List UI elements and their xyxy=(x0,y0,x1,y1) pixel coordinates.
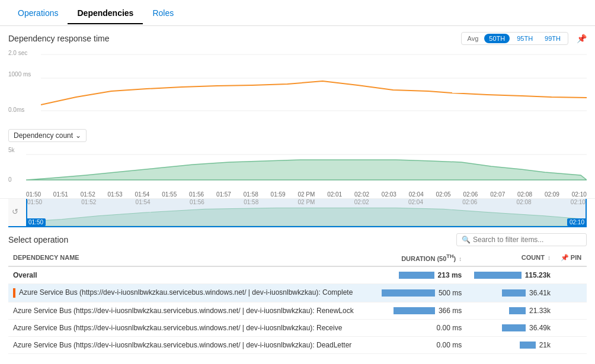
tab-operations[interactable]: Operations xyxy=(8,2,68,24)
y-label-2sec: 2.0 sec xyxy=(8,50,27,56)
percentile-bar: Avg 50TH 95TH 99TH xyxy=(461,32,568,45)
row-pin[interactable] xyxy=(555,319,587,336)
row-count: 36.49k xyxy=(466,319,555,336)
col-header-pin: 📌 PIN xyxy=(555,250,587,266)
avg-label: Avg xyxy=(464,34,482,43)
tl-18: 02:07 xyxy=(490,191,505,198)
row-duration: 366 ms xyxy=(369,302,466,319)
row-count: 36.41k xyxy=(466,284,555,302)
tl-2: 01:51 xyxy=(53,191,68,198)
tl-11: 02 PM xyxy=(298,191,315,198)
row-duration: 0.00 ms xyxy=(369,336,466,353)
tl-7: 01:56 xyxy=(189,191,204,198)
tl-19: 02:08 xyxy=(517,191,532,198)
row-name: Azure Service Bus (https://dev-i-iuosnlb… xyxy=(8,319,369,336)
row-duration: 0.00 ms xyxy=(369,319,466,336)
row-indicator xyxy=(13,288,15,298)
tl-8: 01:57 xyxy=(216,191,231,198)
tl-16: 02:05 xyxy=(436,191,451,198)
table-row[interactable]: Azure Service Bus (https://dev-i-iuosnlb… xyxy=(8,284,587,302)
refresh-icon[interactable]: ↺ xyxy=(12,207,18,216)
area-chart-svg xyxy=(26,146,587,190)
tl-6: 01:55 xyxy=(162,191,177,198)
chevron-down-icon: ⌄ xyxy=(75,131,81,140)
search-box[interactable]: 🔍 xyxy=(456,233,587,246)
tl-10: 01:59 xyxy=(271,191,286,198)
search-icon: 🔍 xyxy=(462,236,471,244)
p95-button[interactable]: 95TH xyxy=(512,34,538,43)
row-count: 21.33k xyxy=(466,302,555,319)
row-count: 115.23k xyxy=(466,266,555,284)
tl-17: 02:06 xyxy=(463,191,478,198)
table-container: DEPENDENCY NAME DURATION (50TH) ↕ COUNT … xyxy=(0,250,595,354)
tl-13: 02:02 xyxy=(354,191,369,198)
svg-marker-5 xyxy=(26,160,587,180)
tab-bar: Operations Dependencies Roles xyxy=(0,0,595,26)
row-name: Azure Service Bus (https://dev-i-iuosnlb… xyxy=(8,336,369,353)
brush-label-right: 02:10 xyxy=(567,218,587,226)
tl-5: 01:54 xyxy=(135,191,149,198)
row-name: Azure Service Bus (https://dev-i-iuosnlb… xyxy=(8,284,369,302)
p50-button[interactable]: 50TH xyxy=(484,34,510,43)
row-pin[interactable] xyxy=(555,266,587,284)
select-operation-header: Select operation 🔍 xyxy=(0,227,595,250)
row-name: Overall xyxy=(8,266,369,284)
y-label-1000ms: 1000 ms xyxy=(8,71,31,78)
row-name: Azure Service Bus (https://dev-i-iuosnlb… xyxy=(8,302,369,319)
tl-1: 01:50 xyxy=(26,191,41,198)
y-label-0: 0 xyxy=(8,176,12,183)
select-operation-title: Select operation xyxy=(8,235,68,244)
col-header-duration[interactable]: DURATION (50TH) ↕ xyxy=(369,250,466,266)
p99-button[interactable]: 99TH xyxy=(540,34,565,43)
col-header-count[interactable]: COUNT ↕ xyxy=(466,250,555,266)
tl-4: 01:53 xyxy=(108,191,123,198)
tl-21: 02:10 xyxy=(572,191,587,198)
dropdown-label: Dependency count xyxy=(14,131,73,140)
tl-9: 01:58 xyxy=(244,191,258,198)
row-pin[interactable] xyxy=(555,302,587,319)
search-input[interactable] xyxy=(473,236,581,244)
timeline: 01:50 01:51 01:52 01:53 01:54 01:55 01:5… xyxy=(0,190,595,199)
row-duration: 500 ms xyxy=(369,284,466,302)
table-row[interactable]: Azure Service Bus (https://dev-i-iuosnlb… xyxy=(8,336,587,353)
tl-20: 02:09 xyxy=(545,191,559,198)
brush-label-left: 01:50 xyxy=(26,218,46,226)
chart1-title: Dependency response time xyxy=(8,34,109,43)
brush-area[interactable]: ↺ 01:50 02:10 01:5001:5201:5401:5601:580… xyxy=(8,199,587,227)
pin-header-icon: 📌 xyxy=(561,254,569,261)
line-chart-svg xyxy=(41,49,587,125)
table-row[interactable]: Overall 213 ms 115.23k xyxy=(8,266,587,284)
tl-3: 01:52 xyxy=(81,191,95,198)
row-pin[interactable] xyxy=(555,284,587,302)
y-label-0ms: 0.0ms xyxy=(8,107,24,113)
col-header-name: DEPENDENCY NAME xyxy=(8,250,369,266)
tl-12: 02:01 xyxy=(327,191,342,198)
y-label-5k: 5k xyxy=(8,147,15,153)
row-pin[interactable] xyxy=(555,336,587,353)
row-duration: 213 ms xyxy=(369,266,466,284)
tab-dependencies[interactable]: Dependencies xyxy=(68,2,143,24)
row-count: 21k xyxy=(466,336,555,353)
tab-roles[interactable]: Roles xyxy=(143,2,183,24)
tl-15: 02:04 xyxy=(409,191,424,198)
tl-14: 02:03 xyxy=(382,191,396,198)
pin-button[interactable]: 📌 xyxy=(577,34,587,43)
table-row[interactable]: Azure Service Bus (https://dev-i-iuosnlb… xyxy=(8,319,587,336)
dependency-count-dropdown[interactable]: Dependency count ⌄ xyxy=(8,129,87,142)
table-row[interactable]: Azure Service Bus (https://dev-i-iuosnlb… xyxy=(8,302,587,319)
